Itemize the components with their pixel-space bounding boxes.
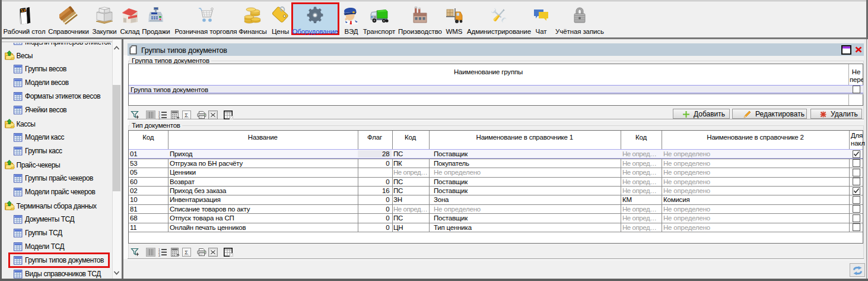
svg-text:Σ: Σ [185, 112, 188, 118]
svg-text:1э: 1э [20, 7, 26, 13]
svg-text:3: 3 [158, 116, 160, 119]
svg-text:Σ: Σ [185, 250, 188, 255]
svg-text:3: 3 [158, 254, 160, 257]
